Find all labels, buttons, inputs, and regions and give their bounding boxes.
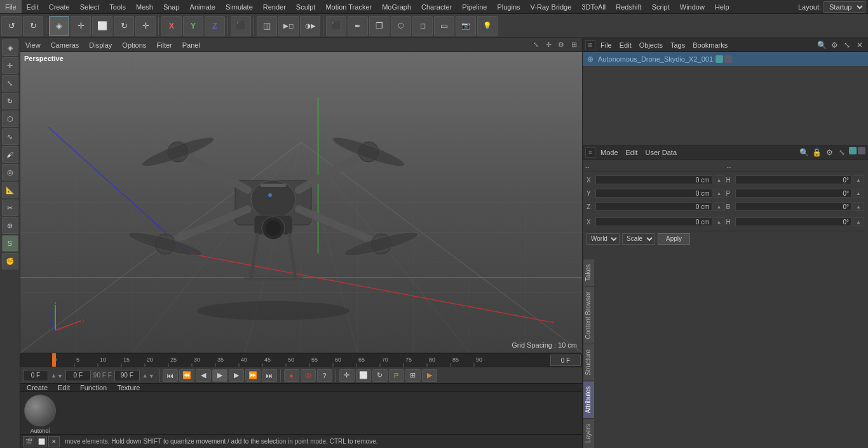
light-button[interactable]: 💡 — [477, 16, 498, 36]
attr-collapse-icon[interactable]: ⤡ — [836, 147, 848, 158]
menu-select[interactable]: Select — [75, 0, 105, 13]
rotate-tool-button[interactable]: ↻ — [114, 16, 134, 36]
menu-redshift[interactable]: Redshift — [611, 0, 646, 13]
obj-menu-edit[interactable]: Edit — [617, 41, 634, 49]
deformer-button[interactable]: ◻ — [412, 16, 433, 36]
start-frame-input[interactable] — [23, 370, 48, 381]
obj-menu-objects[interactable]: Objects — [637, 41, 665, 49]
scale-x-stepper[interactable]: ▲ — [714, 217, 725, 226]
tab-layers[interactable]: Layers — [583, 418, 594, 448]
effector-button[interactable]: ⬡ — [391, 16, 411, 36]
menu-create[interactable]: Create — [44, 0, 75, 13]
tab-structure[interactable]: Structure — [583, 344, 594, 381]
pos-x-stepper[interactable]: ▲ — [714, 175, 725, 184]
render-region-button[interactable]: ◫ — [257, 16, 277, 36]
status-icon-1[interactable]: 🎬 — [23, 436, 34, 447]
layout-dropdown[interactable]: Startup — [824, 1, 865, 13]
move-tool-button[interactable]: ✛ — [71, 16, 91, 36]
obj-config-icon[interactable]: ⚙ — [829, 39, 840, 51]
vp-menu-display[interactable]: Display — [86, 41, 114, 49]
vp-menu-panel[interactable]: Panel — [180, 41, 203, 49]
apply-button[interactable]: Apply — [658, 233, 690, 245]
magnet-tool[interactable]: ⊕ — [2, 217, 18, 234]
vp-menu-filter[interactable]: Filter — [154, 41, 174, 49]
camera-button[interactable]: 📷 — [456, 16, 476, 36]
menu-script[interactable]: Script — [647, 0, 675, 13]
menu-help[interactable]: Help — [710, 0, 735, 13]
obj-menu-file[interactable]: File — [598, 41, 614, 49]
polygon-tool[interactable]: ⬡ — [2, 111, 18, 127]
mat-menu-texture[interactable]: Texture — [114, 384, 142, 391]
live-select-tool[interactable]: ◈ — [2, 39, 18, 56]
z-axis-button[interactable]: Z — [205, 16, 225, 36]
tab-takes[interactable]: Takes — [583, 259, 594, 286]
menu-window[interactable]: Window — [675, 0, 710, 13]
y-axis-button[interactable]: Y — [183, 16, 203, 36]
tab-content-browser[interactable]: Content Browser — [583, 286, 594, 344]
vp-icon-settings[interactable]: ⚙ — [555, 39, 567, 51]
redo-button[interactable]: ↻ — [23, 16, 43, 36]
grab-tool[interactable]: ✊ — [2, 253, 18, 269]
menu-file[interactable]: File — [0, 0, 22, 13]
mat-menu-edit[interactable]: Edit — [55, 384, 72, 391]
menu-mesh[interactable]: Mesh — [131, 0, 158, 13]
vp-icon-move[interactable]: ✛ — [543, 39, 554, 51]
vp-menu-view[interactable]: View — [23, 41, 43, 49]
paint-tool[interactable]: ◎ — [2, 164, 18, 180]
vp-icon-layout[interactable]: ⊞ — [568, 39, 580, 51]
spline-tool[interactable]: ∿ — [2, 128, 18, 145]
select-tool-button[interactable]: ◈ — [49, 16, 69, 36]
attr-search-icon[interactable]: 🔍 — [798, 147, 810, 158]
cube-primitive-button[interactable]: ⬛ — [326, 16, 346, 36]
mat-menu-function[interactable]: Function — [78, 384, 109, 391]
snap-rotate-button[interactable]: ↻ — [372, 369, 388, 382]
record-button[interactable]: ● — [284, 369, 299, 382]
rotate-tool[interactable]: ↻ — [2, 93, 18, 109]
current-frame-input[interactable] — [65, 370, 91, 381]
undo-button[interactable]: ↺ — [1, 16, 22, 36]
play-button[interactable]: ▶ — [212, 369, 227, 382]
move2-button[interactable]: ✛ — [135, 16, 156, 36]
material-slot[interactable]: Autonoi — [24, 395, 56, 434]
coord-system-dropdown[interactable]: World — [587, 233, 620, 245]
obj-collapse-icon[interactable]: ⤡ — [841, 39, 853, 51]
menu-render[interactable]: Render — [258, 0, 291, 13]
menu-snap[interactable]: Snap — [158, 0, 185, 13]
menu-pipeline[interactable]: Pipeline — [457, 0, 492, 13]
scale-tool[interactable]: ⤡ — [2, 75, 18, 92]
menu-motion-tracker[interactable]: Motion Tracker — [320, 0, 377, 13]
prev-key-button[interactable]: ⏪ — [179, 369, 194, 382]
menu-mograph[interactable]: MoGraph — [377, 0, 416, 13]
x-axis-button[interactable]: X — [161, 16, 182, 36]
menu-3dtoall[interactable]: 3DToAll — [576, 0, 611, 13]
end-frame-input[interactable] — [114, 370, 140, 381]
go-end-button[interactable]: ⏭ — [262, 369, 277, 382]
menu-edit[interactable]: Edit — [22, 0, 44, 13]
rot-b-stepper[interactable]: ▲ — [853, 202, 864, 211]
scale-box-button[interactable]: ⬜ — [92, 16, 112, 36]
attr-menu-edit[interactable]: Edit — [623, 149, 641, 156]
obj-menu-bookmarks[interactable]: Bookmarks — [690, 41, 730, 49]
attr-menu-userdata[interactable]: User Data — [643, 149, 680, 156]
scale-h-stepper[interactable]: ▲ — [853, 217, 864, 226]
object-row-drone[interactable]: ⊕ Autonomous_Drone_Skydio_X2_001 — [583, 52, 868, 66]
vp-menu-options[interactable]: Options — [119, 41, 149, 49]
attr-lock-icon[interactable]: 🔒 — [811, 147, 822, 158]
smooth-tool[interactable]: S — [2, 235, 18, 252]
attr-menu-mode[interactable]: Mode — [598, 149, 621, 156]
mat-menu-create[interactable]: Create — [24, 384, 50, 391]
obj-search-icon[interactable]: 🔍 — [816, 39, 827, 51]
next-key-button[interactable]: ⏩ — [245, 369, 261, 382]
status-icon-3[interactable]: ✕ — [48, 436, 60, 447]
clone-button[interactable]: ❐ — [369, 16, 390, 36]
pen-tool-button[interactable]: ✒ — [348, 16, 368, 36]
render-button[interactable]: ◑▶ — [300, 16, 320, 36]
pos-z-stepper[interactable]: ▲ — [714, 202, 725, 211]
vp-icon-expand[interactable]: ⤡ — [530, 39, 541, 51]
menu-animate[interactable]: Animate — [185, 0, 220, 13]
prev-frame-button[interactable]: ◀ — [196, 369, 211, 382]
pos-y-stepper[interactable]: ▲ — [714, 189, 725, 198]
attr-config-icon[interactable]: ⚙ — [824, 147, 835, 158]
menu-simulate[interactable]: Simulate — [220, 0, 258, 13]
sculpt-tool[interactable]: 🖌 — [2, 146, 18, 163]
